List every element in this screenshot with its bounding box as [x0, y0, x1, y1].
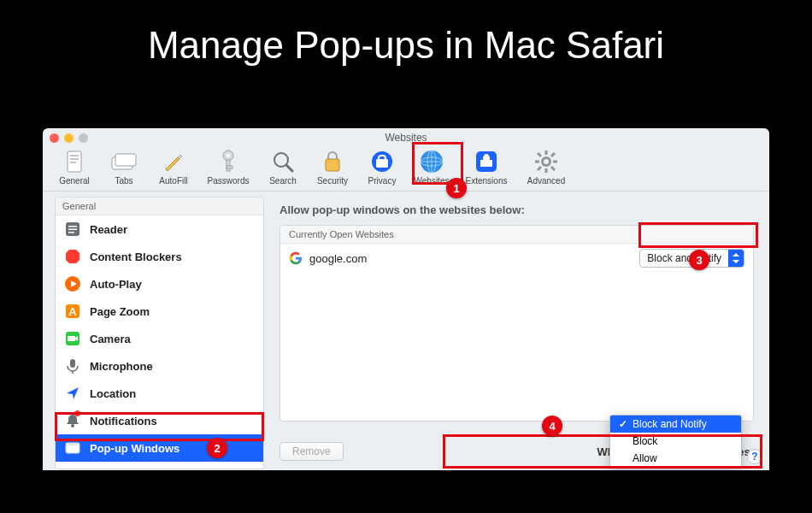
- content-title: Allow pop-up windows on the websites bel…: [279, 203, 754, 216]
- sidebar-item-auto-play[interactable]: Auto-Play: [56, 270, 263, 298]
- sidebar-item-popup-windows[interactable]: Pop-up Windows: [56, 434, 263, 462]
- content-pane: Allow pop-up windows on the websites bel…: [264, 192, 769, 469]
- popup-windows-icon: [64, 439, 81, 457]
- notification-dot-icon: [74, 410, 80, 416]
- toolbar-tab-label: AutoFill: [159, 176, 187, 186]
- svg-point-32: [544, 159, 549, 164]
- sidebar-item-label: Location: [90, 387, 136, 400]
- security-icon: [320, 149, 345, 174]
- row-permission-dropdown[interactable]: Block and Notify: [639, 249, 744, 268]
- svg-rect-1: [70, 155, 79, 156]
- microphone-icon: [64, 357, 81, 374]
- passwords-icon: [215, 149, 241, 174]
- svg-line-31: [538, 167, 541, 170]
- sidebar-item-label: Microphone: [90, 360, 153, 373]
- svg-line-30: [551, 153, 555, 156]
- svg-marker-51: [733, 253, 739, 256]
- help-button[interactable]: ?: [747, 449, 762, 464]
- advanced-icon: [533, 149, 559, 174]
- svg-marker-37: [66, 250, 79, 263]
- sidebar-item-notifications[interactable]: Notifications: [56, 407, 263, 434]
- sidebar-item-label: Auto-Play: [90, 278, 142, 291]
- remove-button[interactable]: Remove: [279, 442, 344, 461]
- sidebar-item-label: Content Blockers: [90, 251, 182, 263]
- toolbar-tab-label: Advanced: [527, 176, 565, 186]
- toolbar-tab-label: General: [59, 176, 90, 186]
- privacy-icon: [369, 149, 395, 174]
- sidebar-header: General: [56, 198, 263, 215]
- svg-rect-36: [68, 232, 74, 233]
- svg-rect-9: [227, 166, 232, 168]
- tabs-icon: [111, 149, 137, 174]
- sidebar-item-label: Notifications: [90, 415, 157, 428]
- sidebar-item-label: Reader: [90, 223, 127, 236]
- sidebar-item-camera[interactable]: Camera: [56, 325, 263, 352]
- svg-rect-2: [70, 158, 79, 160]
- svg-rect-3: [70, 162, 76, 163]
- svg-marker-47: [67, 387, 79, 399]
- auto-play-icon: [64, 275, 81, 292]
- toolbar-tab-label: Privacy: [368, 176, 397, 186]
- toolbar-tab-label: Websites: [415, 176, 450, 186]
- menu-item-label: Block: [633, 435, 657, 447]
- svg-text:A: A: [68, 305, 77, 318]
- general-icon: [62, 149, 87, 174]
- row-site-label: google.com: [309, 252, 367, 265]
- svg-rect-5: [115, 154, 136, 166]
- menu-item-block-and-notify[interactable]: ✓ Block and Notify: [610, 416, 741, 433]
- camera-icon: [64, 330, 81, 347]
- page-title: Manage Pop-ups in Mac Safari: [0, 0, 812, 86]
- menu-item-block[interactable]: Block: [610, 433, 741, 450]
- reader-icon: [64, 221, 81, 238]
- svg-line-28: [538, 153, 541, 156]
- checkmark-icon: ✓: [619, 418, 627, 430]
- autofill-icon: [161, 149, 186, 174]
- preferences-window: Websites General Tabs AutoFill: [43, 128, 769, 470]
- toolbar-tab-passwords[interactable]: Passwords: [198, 147, 258, 186]
- toolbar-tab-search[interactable]: Search: [258, 147, 308, 186]
- toolbar-tab-tabs[interactable]: Tabs: [99, 147, 149, 186]
- svg-line-29: [551, 167, 555, 170]
- menu-item-label: Block and Notify: [633, 418, 707, 430]
- google-favicon-icon: [289, 251, 303, 265]
- svg-point-48: [71, 424, 74, 428]
- sidebar-item-label: Page Zoom: [90, 305, 150, 318]
- svg-point-22: [484, 154, 489, 159]
- dropdown-value: Block and Notify: [647, 252, 721, 264]
- sidebar-list: Reader Content Blockers Auto-Play A Page…: [56, 215, 263, 469]
- sidebar-item-reader[interactable]: Reader: [56, 215, 263, 243]
- svg-rect-50: [66, 443, 79, 445]
- content-blockers-icon: [64, 248, 81, 265]
- zoom-window-button[interactable]: [79, 133, 88, 143]
- extensions-icon: [474, 149, 499, 174]
- sidebar-item-microphone[interactable]: Microphone: [56, 352, 263, 380]
- toolbar-tab-websites[interactable]: Websites: [407, 147, 456, 186]
- sidebar-item-content-blockers[interactable]: Content Blockers: [56, 243, 263, 270]
- default-permission-menu[interactable]: ✓ Block and Notify Block Allow: [609, 415, 742, 468]
- table-row[interactable]: google.com Block and Notify: [280, 244, 753, 273]
- location-icon: [64, 385, 81, 402]
- sidebar-item-label: Camera: [90, 333, 131, 345]
- sidebar-item-page-zoom[interactable]: A Page Zoom: [56, 298, 263, 325]
- toolbar-tab-privacy[interactable]: Privacy: [357, 147, 407, 186]
- toolbar-tab-autofill[interactable]: AutoFill: [149, 147, 198, 186]
- minimize-window-button[interactable]: [64, 133, 74, 143]
- toolbar-tab-advanced[interactable]: Advanced: [516, 147, 576, 186]
- svg-rect-45: [70, 359, 75, 368]
- toolbar-tab-security[interactable]: Security: [308, 147, 357, 186]
- websites-icon: [419, 149, 444, 174]
- toolbar-tab-general[interactable]: General: [50, 147, 99, 186]
- close-window-button[interactable]: [50, 133, 59, 143]
- menu-item-allow[interactable]: Allow: [610, 450, 741, 467]
- preferences-toolbar: General Tabs AutoFill Passwords: [43, 144, 769, 192]
- toolbar-tab-extensions[interactable]: Extensions: [456, 147, 516, 186]
- toolbar-tab-label: Tabs: [115, 176, 132, 186]
- table-header: Currently Open Websites: [280, 226, 753, 244]
- sidebar: General Reader Content Blockers Auto-Pla…: [55, 197, 264, 469]
- svg-rect-34: [68, 226, 77, 227]
- toolbar-tab-label: Search: [269, 176, 297, 186]
- sidebar-item-location[interactable]: Location: [56, 380, 263, 407]
- svg-line-11: [286, 165, 292, 171]
- svg-rect-35: [68, 229, 77, 231]
- toolbar-tab-label: Passwords: [208, 176, 250, 186]
